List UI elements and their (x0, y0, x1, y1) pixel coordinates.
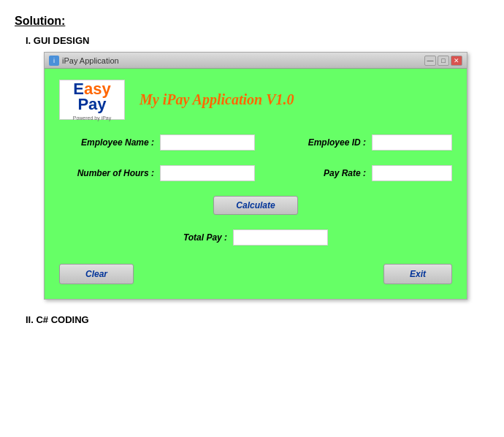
app-icon: i (49, 56, 59, 66)
app-title: My iPay Application V1.0 (140, 91, 294, 108)
total-pay-input[interactable] (233, 229, 328, 246)
exit-button[interactable]: Exit (383, 264, 452, 284)
employee-id-label: Employee ID : (293, 137, 366, 148)
section1-label: I. GUI DESIGN (26, 35, 489, 46)
close-button[interactable]: ✕ (451, 56, 462, 66)
employee-name-label: Employee Name : (59, 137, 154, 148)
logo-box: Easy Pay Powered by iPay (59, 80, 125, 120)
application-window: i iPay Application — □ ✕ Easy Pay Powere… (44, 52, 467, 300)
logo-pay: Pay (77, 95, 106, 114)
section2-label: II. C# CODING (26, 314, 489, 325)
page-solution-title: Solution: (15, 15, 489, 28)
hours-payrate-row: Number of Hours : Pay Rate : (59, 165, 452, 181)
restore-button[interactable]: □ (438, 56, 449, 66)
total-pay-label: Total Pay : (183, 232, 227, 243)
employee-id-input[interactable] (372, 134, 452, 151)
titlebar-left: i iPay Application (49, 56, 119, 66)
pay-rate-input[interactable] (372, 165, 452, 181)
minimize-button[interactable]: — (424, 56, 436, 66)
totalpay-row: Total Pay : (59, 229, 452, 246)
window-titlebar: i iPay Application — □ ✕ (45, 53, 467, 69)
calculate-row: Calculate (59, 196, 452, 215)
num-hours-label: Number of Hours : (59, 168, 154, 178)
titlebar-controls: — □ ✕ (424, 56, 462, 66)
employee-name-row: Employee Name : Employee ID : (59, 134, 452, 151)
clear-button[interactable]: Clear (59, 264, 134, 284)
bottom-row: Clear Exit (59, 264, 452, 284)
logo-powered: Powered by iPay (73, 115, 112, 121)
app-header: Easy Pay Powered by iPay My iPay Applica… (59, 80, 452, 120)
calculate-button[interactable]: Calculate (213, 196, 297, 215)
window-body: Easy Pay Powered by iPay My iPay Applica… (45, 69, 467, 299)
employee-name-input[interactable] (160, 134, 255, 151)
pay-rate-label: Pay Rate : (293, 168, 366, 178)
titlebar-title: iPay Application (62, 56, 119, 65)
num-hours-input[interactable] (160, 165, 255, 181)
